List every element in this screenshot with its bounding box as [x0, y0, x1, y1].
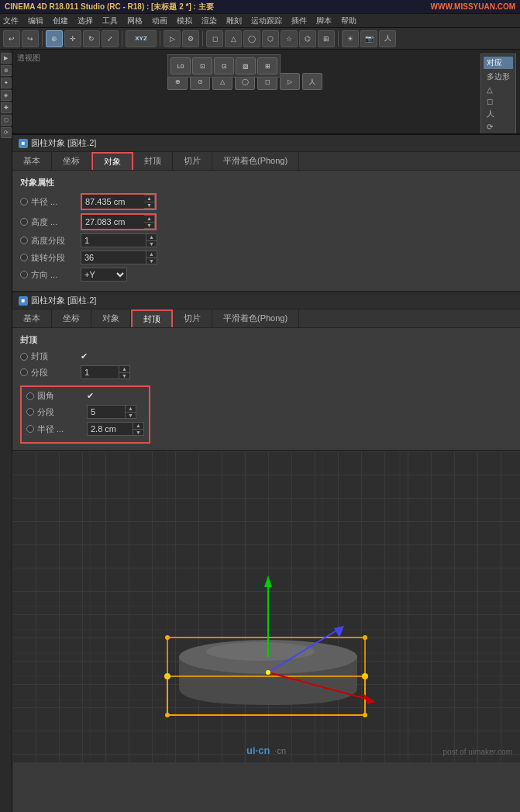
radius-spin-up[interactable]: ▲: [144, 195, 154, 202]
menu-help[interactable]: 帮助: [341, 16, 356, 26]
lt-btn-2[interactable]: ⊕: [1, 65, 12, 76]
tab1-coord[interactable]: 坐标: [52, 152, 91, 170]
lt-btn-1[interactable]: ▶: [1, 53, 12, 64]
fp-btn-2[interactable]: ⊡: [192, 57, 212, 74]
radius-input[interactable]: [82, 195, 144, 209]
tab2-slice[interactable]: 切片: [173, 309, 212, 327]
hseg-spin-dn[interactable]: ▼: [146, 241, 157, 247]
rp-item-3[interactable]: △: [484, 85, 513, 95]
prop-radio-filletseg[interactable]: [26, 408, 34, 416]
rseg-input[interactable]: [81, 251, 146, 264]
toolbar-rotate[interactable]: ↻: [83, 30, 100, 47]
menu-team[interactable]: 插件: [291, 16, 307, 26]
menu-track[interactable]: 运动跟踪: [251, 16, 282, 26]
lt-btn-7[interactable]: ⟳: [1, 127, 12, 138]
menu-select[interactable]: 选择: [77, 16, 93, 26]
tab1-cap[interactable]: 封顶: [133, 152, 173, 170]
fp-btn-4[interactable]: ▧: [236, 57, 256, 74]
tab1-phong[interactable]: 平滑着色(Phong): [212, 152, 299, 170]
menu-sculpt[interactable]: 雕刻: [226, 16, 242, 26]
hseg-spinner[interactable]: ▲ ▼: [146, 233, 157, 247]
filletseg-spin-up[interactable]: ▲: [126, 406, 136, 413]
menu-simulate[interactable]: 模拟: [177, 16, 192, 26]
menu-edit[interactable]: 编辑: [28, 16, 43, 26]
menu-create[interactable]: 创建: [53, 16, 68, 26]
filletrad-spin-up[interactable]: ▲: [133, 423, 143, 430]
capseg-input[interactable]: [81, 365, 119, 379]
toolbar-char[interactable]: 人: [379, 30, 396, 47]
prop-radio-capseg[interactable]: [20, 368, 28, 376]
toolbar-obj2[interactable]: △: [225, 30, 242, 47]
capseg-spinner[interactable]: ▲ ▼: [119, 365, 130, 379]
lt-btn-6[interactable]: ⬡: [1, 115, 12, 126]
height-spin-dn[interactable]: ▼: [144, 223, 154, 229]
height-input[interactable]: [82, 215, 144, 229]
icon-7[interactable]: 人: [302, 73, 322, 90]
menu-tool[interactable]: 工具: [102, 16, 118, 26]
toolbar-xyz[interactable]: XYZ: [126, 30, 157, 47]
menu-mesh[interactable]: 网格: [127, 16, 143, 26]
fp-btn-1[interactable]: L0: [170, 57, 191, 74]
prop-radio-height[interactable]: [20, 218, 28, 226]
toolbar-obj5[interactable]: ☆: [281, 30, 298, 47]
toolbar-obj3[interactable]: ◯: [243, 30, 260, 47]
rp-item-6[interactable]: ⟳: [484, 122, 513, 132]
tab1-basic[interactable]: 基本: [12, 152, 52, 170]
hseg-input[interactable]: [81, 233, 146, 247]
toolbar-select[interactable]: ⊕: [46, 30, 63, 47]
height-spinner[interactable]: ▲ ▼: [144, 215, 155, 229]
lt-btn-3[interactable]: ✦: [1, 78, 12, 88]
filletrad-input[interactable]: [87, 422, 133, 436]
prop-radio-dir[interactable]: [20, 271, 28, 278]
tab2-cap[interactable]: 封顶: [131, 309, 173, 327]
filletseg-spinner[interactable]: ▲ ▼: [126, 405, 136, 419]
tab2-basic[interactable]: 基本: [12, 309, 52, 327]
prop-radio-hseg[interactable]: [20, 237, 28, 244]
filletseg-spin-dn[interactable]: ▼: [126, 413, 136, 419]
rseg-spin-dn[interactable]: ▼: [146, 258, 157, 264]
radius-spinner[interactable]: ▲ ▼: [144, 195, 155, 209]
tab2-coord[interactable]: 坐标: [52, 309, 91, 327]
prop-radio-cap[interactable]: [20, 353, 28, 361]
rp-item-selected[interactable]: 对应: [484, 57, 513, 69]
filletrad-spin-dn[interactable]: ▼: [133, 430, 143, 436]
menu-animate[interactable]: 动画: [152, 16, 167, 26]
hseg-spin-up[interactable]: ▲: [146, 234, 157, 241]
fp-btn-5[interactable]: ⊞: [257, 57, 277, 74]
prop-radio-fillet[interactable]: [26, 392, 34, 400]
tab2-phong[interactable]: 平滑着色(Phong): [212, 309, 299, 327]
filletseg-input[interactable]: [87, 405, 126, 419]
prop-radio-radius[interactable]: [20, 198, 28, 206]
rp-item-5[interactable]: 人: [484, 108, 513, 120]
toolbar-light[interactable]: ☀: [342, 30, 359, 47]
toolbar-render-btn[interactable]: ▷: [164, 30, 181, 47]
menu-script[interactable]: 脚本: [316, 16, 332, 26]
tab1-slice[interactable]: 切片: [173, 152, 212, 170]
fp-btn-3[interactable]: ⊡: [214, 57, 234, 74]
rp-item-4[interactable]: ◻: [484, 96, 513, 106]
filletrad-spinner[interactable]: ▲ ▼: [133, 422, 144, 436]
prop-radio-filletrad[interactable]: [26, 425, 34, 433]
toolbar-undo[interactable]: ↩: [3, 30, 20, 47]
lt-btn-4[interactable]: ◈: [1, 90, 12, 101]
toolbar-render-opt[interactable]: ⚙: [182, 30, 199, 47]
height-spin-up[interactable]: ▲: [144, 216, 154, 223]
toolbar-obj1[interactable]: ◻: [206, 30, 223, 47]
icon-6[interactable]: ▷: [280, 73, 300, 90]
rseg-spin-up[interactable]: ▲: [146, 251, 157, 258]
tab1-object[interactable]: 对象: [91, 152, 133, 170]
tab2-object[interactable]: 对象: [91, 309, 131, 327]
radius-spin-dn[interactable]: ▼: [144, 202, 154, 209]
toolbar-move[interactable]: ✛: [64, 30, 81, 47]
capseg-spin-up[interactable]: ▲: [119, 366, 129, 373]
toolbar-obj7[interactable]: ⊞: [318, 30, 335, 47]
menu-render[interactable]: 渲染: [201, 16, 217, 26]
rseg-spinner[interactable]: ▲ ▼: [146, 251, 157, 264]
toolbar-obj4[interactable]: ⬡: [262, 30, 279, 47]
rp-item-2[interactable]: 多边形: [484, 71, 513, 83]
viewport-3d[interactable]: ui·cn ·cn post of uimaker.com: [12, 451, 520, 762]
toolbar-cam[interactable]: 📷: [360, 30, 377, 47]
dir-select[interactable]: +Y +X +Z: [81, 268, 127, 282]
toolbar-redo[interactable]: ↪: [22, 30, 39, 47]
prop-radio-rseg[interactable]: [20, 254, 28, 261]
